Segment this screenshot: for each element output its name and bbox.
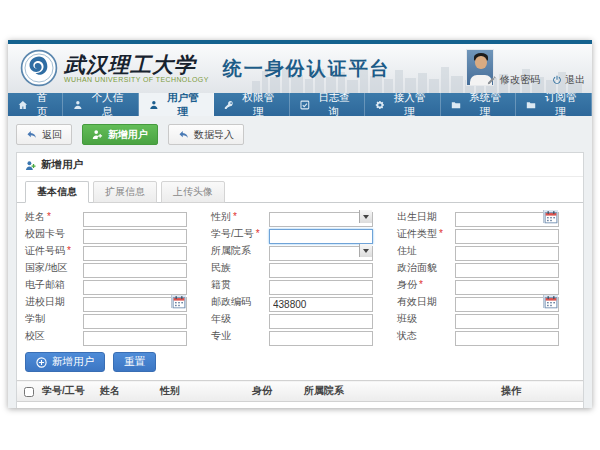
form-field: 学制: [25, 311, 187, 326]
add-user-toolbar-label: 新增用户: [108, 128, 148, 142]
form-tab-3[interactable]: 上传头像: [161, 181, 225, 203]
nav-tab-label: 首页: [32, 91, 52, 119]
form-field: 身份*: [397, 277, 559, 292]
field-input-24[interactable]: [455, 331, 559, 346]
form-field: 校区: [25, 328, 187, 343]
calendar-icon[interactable]: [543, 295, 558, 308]
field-input-15[interactable]: [455, 280, 559, 295]
nav-tab-7[interactable]: 系统管理: [441, 93, 517, 116]
field-input-1[interactable]: [83, 212, 187, 227]
chevron-down-icon[interactable]: [359, 210, 372, 223]
field-control: [455, 294, 559, 309]
form-field: 班级: [397, 311, 559, 326]
submit-add-user-button[interactable]: 新增用户: [25, 352, 105, 372]
field-input-9[interactable]: [455, 246, 559, 261]
field-input-11[interactable]: [269, 263, 373, 278]
field-input-6[interactable]: [455, 229, 559, 244]
required-asterisk: *: [439, 228, 443, 239]
header-links: 修改密码 退出: [487, 73, 585, 87]
field-control: [455, 260, 559, 275]
field-input-13[interactable]: [83, 280, 187, 295]
required-asterisk: *: [256, 228, 260, 239]
back-button-label: 返回: [42, 128, 62, 142]
form-field: 有效日期: [397, 294, 559, 309]
field-control: [83, 277, 187, 292]
field-input-12[interactable]: [455, 263, 559, 278]
form-field: 状态: [397, 328, 559, 343]
calendar-icon[interactable]: [543, 210, 558, 223]
new-user-icon: [25, 160, 36, 171]
university-name-en: WUHAN UNIVERSITY OF TECHNOLOGY: [64, 76, 209, 84]
reset-button[interactable]: 重置: [113, 352, 156, 372]
nav-tab-2[interactable]: 个人信息: [63, 93, 139, 116]
field-input-21[interactable]: [455, 314, 559, 329]
nav-tab-label: 系统管理: [465, 91, 506, 119]
field-label: 所属院系: [211, 244, 269, 258]
form-field: 出生日期: [397, 209, 559, 224]
field-control: [269, 311, 373, 326]
page-background: 武汉理工大学 WUHAN UNIVERSITY OF TECHNOLOGY 统一…: [0, 0, 600, 450]
nav-tab-6[interactable]: 接入管理: [365, 93, 441, 116]
new-user-form: 姓名*性别*出生日期校园卡号学号/工号*证件类型*证件号码*所属院系住址国家/地…: [17, 203, 583, 347]
university-name-block: 武汉理工大学 WUHAN UNIVERSITY OF TECHNOLOGY: [64, 53, 209, 84]
field-input-7[interactable]: [83, 246, 187, 261]
field-control: [455, 226, 559, 241]
logout-label: 退出: [565, 73, 585, 87]
field-label: 年级: [211, 312, 269, 326]
field-label: 身份*: [397, 278, 455, 292]
field-control: [83, 260, 187, 275]
reset-label: 重置: [124, 355, 145, 369]
field-label: 政治面貌: [397, 261, 455, 275]
form-tab-1[interactable]: 基本信息: [25, 181, 89, 203]
form-field: 学号/工号*: [211, 226, 373, 241]
form-field: 邮政编码: [211, 294, 373, 309]
submit-add-user-label: 新增用户: [52, 355, 94, 369]
form-field: 进校日期: [25, 294, 187, 309]
chevron-down-icon[interactable]: [359, 244, 372, 257]
nav-tab-3[interactable]: 用户管理: [139, 93, 215, 116]
nav-tab-4[interactable]: 权限管理: [214, 93, 290, 116]
field-label: 有效日期: [397, 295, 455, 309]
nav-tab-8[interactable]: 订阅管理: [516, 93, 592, 116]
select-all-cell: [17, 381, 38, 402]
add-user-toolbar-button[interactable]: 新增用户: [82, 124, 158, 145]
field-input-14[interactable]: [269, 280, 373, 295]
content-area: 返回 新增用户 数据导入 新增用户 基本信息扩展信息: [8, 116, 592, 408]
select-all-checkbox[interactable]: [24, 387, 34, 397]
calendar-icon[interactable]: [171, 295, 186, 308]
nav-tab-5[interactable]: 日志查询: [290, 93, 366, 116]
form-field: 国家/地区: [25, 260, 187, 275]
field-label: 邮政编码: [211, 295, 269, 309]
form-actions: 新增用户 重置: [17, 347, 583, 375]
field-input-17[interactable]: [269, 297, 373, 312]
field-input-4[interactable]: [83, 229, 187, 244]
column-header-4: 身份: [248, 381, 300, 402]
nav-tab-1[interactable]: 首页: [8, 93, 63, 116]
field-label: 校区: [25, 329, 83, 343]
field-input-5[interactable]: [269, 229, 373, 244]
field-label: 学号/工号*: [211, 227, 269, 241]
back-button[interactable]: 返回: [16, 124, 72, 145]
field-label: 性别*: [211, 210, 269, 224]
field-input-8[interactable]: [269, 246, 373, 261]
required-asterisk: *: [67, 245, 71, 256]
field-label: 籍贯: [211, 278, 269, 292]
data-import-button[interactable]: 数据导入: [168, 124, 244, 145]
nav-tab-label: 订阅管理: [540, 91, 581, 119]
field-input-2[interactable]: [269, 212, 373, 227]
logout-link[interactable]: 退出: [552, 73, 585, 87]
field-input-10[interactable]: [83, 263, 187, 278]
field-control: [83, 226, 187, 241]
field-input-19[interactable]: [83, 314, 187, 329]
change-password-link[interactable]: 修改密码: [487, 73, 540, 87]
field-label: 国家/地区: [25, 261, 83, 275]
form-tab-2[interactable]: 扩展信息: [93, 181, 157, 203]
field-input-23[interactable]: [269, 331, 373, 346]
field-input-20[interactable]: [269, 314, 373, 329]
brand-area: 武汉理工大学 WUHAN UNIVERSITY OF TECHNOLOGY 统一…: [20, 49, 391, 87]
field-label: 班级: [397, 312, 455, 326]
field-input-22[interactable]: [83, 331, 187, 346]
field-label: 民族: [211, 261, 269, 275]
field-control: [455, 277, 559, 292]
section-title-bar: 新增用户: [17, 153, 583, 177]
